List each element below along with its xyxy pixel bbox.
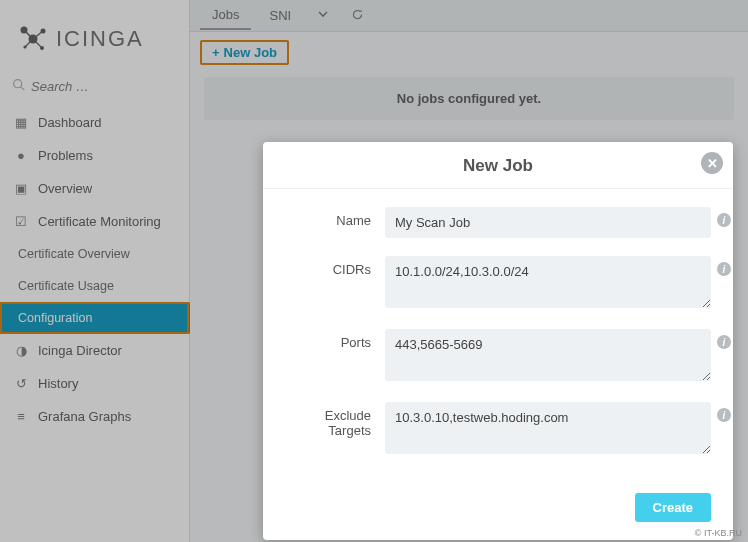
search-input[interactable] xyxy=(31,79,177,94)
history-icon: ↺ xyxy=(12,376,30,391)
info-icon[interactable]: i xyxy=(717,262,731,276)
svg-line-5 xyxy=(24,30,33,39)
logo: ICINGA xyxy=(0,14,189,72)
nav-cert-usage[interactable]: Certificate Usage xyxy=(0,270,189,302)
nav: ▦ Dashboard ● Problems ▣ Overview ☑ Cert… xyxy=(0,106,189,433)
search-icon xyxy=(12,78,25,94)
problems-icon: ● xyxy=(12,148,30,163)
plus-icon: + xyxy=(212,45,220,60)
tab-sni[interactable]: SNI xyxy=(257,2,303,29)
nav-overview[interactable]: ▣ Overview xyxy=(0,172,189,205)
nav-cert-overview[interactable]: Certificate Overview xyxy=(0,238,189,270)
chevron-down-icon[interactable] xyxy=(309,4,337,27)
svg-line-7 xyxy=(33,39,42,48)
nav-cert-monitoring[interactable]: ☑ Certificate Monitoring xyxy=(0,205,189,238)
certificate-icon: ☑ xyxy=(12,214,30,229)
new-job-button[interactable]: + New Job xyxy=(200,40,289,65)
nav-label: Grafana Graphs xyxy=(38,409,131,424)
info-icon[interactable]: i xyxy=(717,335,731,349)
nav-label: Certificate Overview xyxy=(18,247,130,261)
row-cidrs: CIDRs i xyxy=(285,256,711,311)
create-button[interactable]: Create xyxy=(635,493,711,522)
nav-label: Certificate Monitoring xyxy=(38,214,161,229)
label-cidrs: CIDRs xyxy=(285,256,385,277)
graphs-icon: ≡ xyxy=(12,409,30,424)
director-icon: ◑ xyxy=(12,343,30,358)
modal-header: New Job ✕ xyxy=(263,142,733,189)
row-name: Name i xyxy=(285,207,711,238)
empty-banner: No jobs configured yet. xyxy=(204,77,734,120)
info-icon[interactable]: i xyxy=(717,408,731,422)
input-name[interactable] xyxy=(385,207,711,238)
close-icon[interactable]: ✕ xyxy=(701,152,723,174)
logo-icon xyxy=(18,24,48,54)
nav-problems[interactable]: ● Problems xyxy=(0,139,189,172)
dashboard-icon: ▦ xyxy=(12,115,30,130)
modal-title: New Job xyxy=(279,156,717,176)
input-cidrs[interactable] xyxy=(385,256,711,308)
nav-label: Certificate Usage xyxy=(18,279,114,293)
nav-label: Configuration xyxy=(18,311,92,325)
nav-dashboard[interactable]: ▦ Dashboard xyxy=(0,106,189,139)
modal-body: Name i CIDRs i Ports i Exclude Targets xyxy=(263,189,733,487)
tab-jobs[interactable]: Jobs xyxy=(200,1,251,30)
search-box[interactable] xyxy=(0,72,189,100)
nav-configuration[interactable]: Configuration xyxy=(0,302,189,334)
label-name: Name xyxy=(285,207,385,228)
overview-icon: ▣ xyxy=(12,181,30,196)
nav-label: Icinga Director xyxy=(38,343,122,358)
nav-label: Problems xyxy=(38,148,93,163)
nav-label: Overview xyxy=(38,181,92,196)
label-ports: Ports xyxy=(285,329,385,350)
refresh-icon[interactable] xyxy=(343,4,372,28)
input-ports[interactable] xyxy=(385,329,711,381)
tabbar: Jobs SNI xyxy=(190,0,748,32)
nav-history[interactable]: ↺ History xyxy=(0,367,189,400)
row-ports: Ports i xyxy=(285,329,711,384)
svg-point-9 xyxy=(14,80,22,88)
new-job-label: New Job xyxy=(224,45,277,60)
input-exclude[interactable] xyxy=(385,402,711,454)
nav-grafana[interactable]: ≡ Grafana Graphs xyxy=(0,400,189,433)
nav-label: History xyxy=(38,376,78,391)
svg-line-10 xyxy=(21,87,24,90)
sidebar: ICINGA ▦ Dashboard ● Problems ▣ Overview… xyxy=(0,0,190,542)
row-exclude: Exclude Targets i xyxy=(285,402,711,457)
nav-label: Dashboard xyxy=(38,115,102,130)
new-job-modal: New Job ✕ Name i CIDRs i Ports i E xyxy=(263,142,733,540)
modal-footer: Create xyxy=(263,487,733,540)
toolbar: + New Job xyxy=(190,32,748,73)
watermark: © IT-KB.RU xyxy=(695,528,742,538)
info-icon[interactable]: i xyxy=(717,213,731,227)
nav-director[interactable]: ◑ Icinga Director xyxy=(0,334,189,367)
label-exclude: Exclude Targets xyxy=(285,402,385,438)
logo-text: ICINGA xyxy=(56,26,144,52)
